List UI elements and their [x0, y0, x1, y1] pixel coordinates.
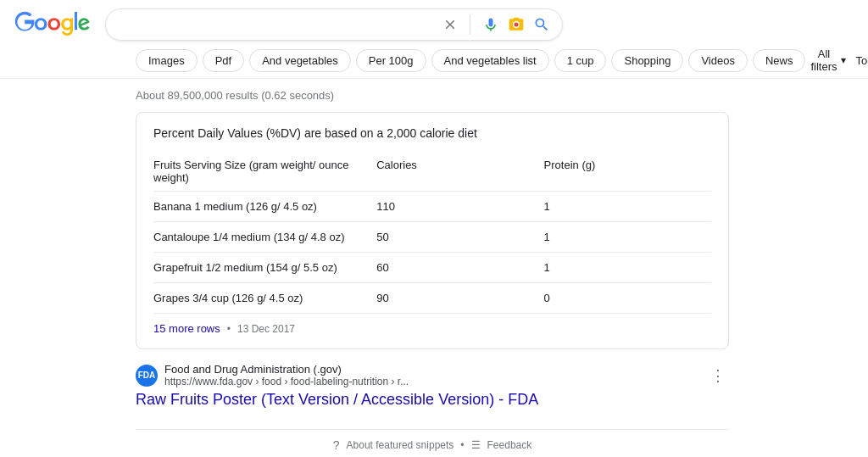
- lens-button[interactable]: [508, 16, 525, 33]
- feedback-icon: ☰: [471, 439, 481, 451]
- all-filters-label: All filters: [810, 47, 837, 73]
- snippet-intro: Percent Daily Values (%DV) are based on …: [153, 126, 711, 140]
- table-row: Grapes 3/4 cup (126 g/ 4.5 oz) 90 0: [153, 283, 711, 314]
- search-input[interactable]: Nutritional facts of fruits: [118, 17, 434, 32]
- close-icon: [442, 17, 458, 32]
- cell-fruit: Banana 1 medium (126 g/ 4.5 oz): [153, 192, 376, 222]
- cell-fruit: Cantaloupe 1/4 medium (134 g/ 4.8 oz): [153, 222, 376, 253]
- filter-news[interactable]: News: [753, 49, 806, 72]
- filter-videos[interactable]: Videos: [688, 49, 748, 72]
- feedback-link[interactable]: Feedback: [487, 439, 532, 451]
- header: Nutritional facts of fruits: [0, 0, 868, 41]
- cell-protein: 1: [544, 222, 711, 253]
- table-header-calories: Calories: [376, 153, 543, 192]
- clear-button[interactable]: [442, 17, 458, 32]
- cell-protein: 1: [544, 253, 711, 283]
- filter-1-cup[interactable]: 1 cup: [554, 49, 607, 72]
- filter-and-vegetables-list[interactable]: And vegetables list: [431, 49, 549, 72]
- table-row: Grapefruit 1/2 medium (154 g/ 5.5 oz) 60…: [153, 253, 711, 283]
- cell-calories: 50: [376, 222, 543, 253]
- fda-link[interactable]: Raw Fruits Poster (Text Version / Access…: [136, 391, 538, 408]
- voice-search-button[interactable]: [482, 16, 499, 33]
- separator: •: [460, 439, 464, 451]
- nav-filters: Images Pdf And vegetables Per 100g And v…: [0, 41, 868, 79]
- google-logo[interactable]: [14, 11, 92, 39]
- filter-per-100g[interactable]: Per 100g: [356, 49, 426, 72]
- filter-and-vegetables[interactable]: And vegetables: [249, 49, 351, 72]
- cell-fruit: Grapefruit 1/2 medium (154 g/ 5.5 oz): [153, 253, 376, 283]
- more-rows-link[interactable]: 15 more rows: [153, 322, 220, 335]
- cell-protein: 0: [544, 283, 711, 314]
- table-row: Cantaloupe 1/4 medium (134 g/ 4.8 oz) 50…: [153, 222, 711, 253]
- cell-fruit: Grapes 3/4 cup (126 g/ 4.5 oz): [153, 283, 376, 314]
- tools-button[interactable]: Tools: [856, 54, 868, 67]
- about-snippets-link[interactable]: About featured snippets: [347, 439, 454, 451]
- snippet-footer: 15 more rows • 13 Dec 2017: [153, 322, 711, 335]
- bottom-bar: ? About featured snippets • ☰ Feedback: [136, 429, 729, 457]
- table-header-fruit: Fruits Serving Size (gram weight/ ounce …: [153, 153, 376, 192]
- fda-source: FDA Food and Drug Administration (.gov) …: [136, 363, 729, 387]
- svg-point-0: [515, 23, 519, 27]
- table-header-protein: Protein (g): [544, 153, 711, 192]
- search-icons: [442, 14, 550, 35]
- cell-calories: 90: [376, 283, 543, 314]
- right-tools: All filters ▾ Tools: [810, 47, 868, 73]
- chevron-down-icon: ▾: [841, 54, 846, 66]
- main-content: About 89,500,000 results (0.62 seconds) …: [0, 79, 868, 457]
- feedback-label: Feedback: [487, 439, 532, 451]
- cell-calories: 60: [376, 253, 543, 283]
- filter-shopping[interactable]: Shopping: [611, 49, 683, 72]
- results-count: About 89,500,000 results (0.62 seconds): [136, 89, 732, 102]
- featured-snippet: Percent Daily Values (%DV) are based on …: [136, 112, 729, 349]
- question-icon: ?: [333, 438, 340, 452]
- more-options-button[interactable]: ⋮: [707, 366, 729, 385]
- filter-pdf[interactable]: Pdf: [203, 49, 245, 72]
- search-button[interactable]: [533, 16, 550, 33]
- fda-result: FDA Food and Drug Administration (.gov) …: [136, 363, 729, 409]
- search-icon: [533, 16, 550, 33]
- nutrition-table: Fruits Serving Size (gram weight/ ounce …: [153, 153, 711, 314]
- fda-url: https://www.fda.gov › food › food-labeli…: [164, 376, 700, 387]
- camera-icon: [508, 16, 525, 33]
- snippet-date: 13 Dec 2017: [237, 323, 295, 335]
- table-row: Banana 1 medium (126 g/ 4.5 oz) 110 1: [153, 192, 711, 222]
- microphone-icon: [482, 16, 499, 33]
- filter-images[interactable]: Images: [136, 49, 198, 72]
- divider: [470, 14, 470, 35]
- cell-protein: 1: [544, 192, 711, 222]
- fda-favicon: FDA: [136, 365, 158, 387]
- fda-source-info: Food and Drug Administration (.gov) http…: [164, 363, 700, 387]
- all-filters-button[interactable]: All filters ▾: [810, 47, 845, 73]
- fda-name: Food and Drug Administration (.gov): [164, 363, 700, 376]
- about-snippets-label: About featured snippets: [347, 439, 454, 451]
- cell-calories: 110: [376, 192, 543, 222]
- search-bar: Nutritional facts of fruits: [105, 8, 563, 41]
